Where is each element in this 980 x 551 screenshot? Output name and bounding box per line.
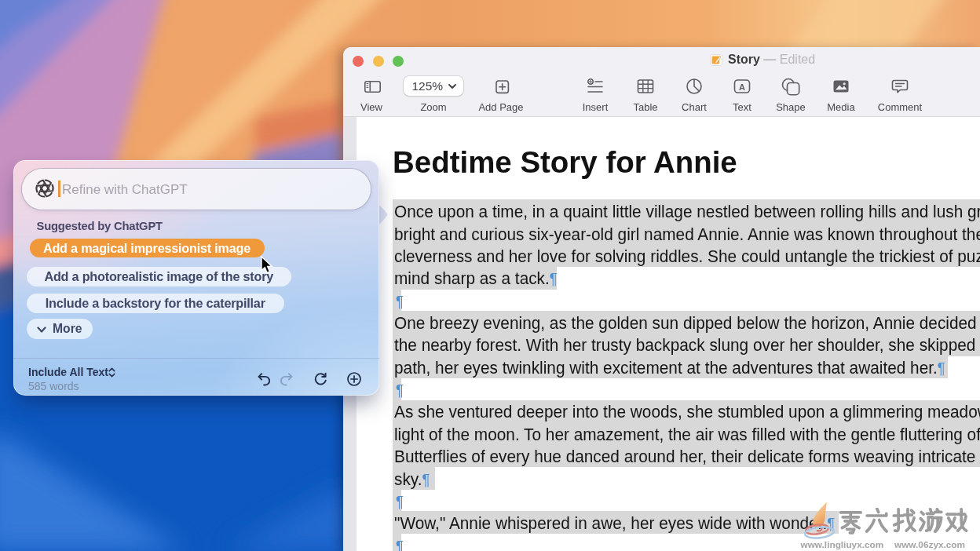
svg-text:A: A	[739, 82, 745, 92]
